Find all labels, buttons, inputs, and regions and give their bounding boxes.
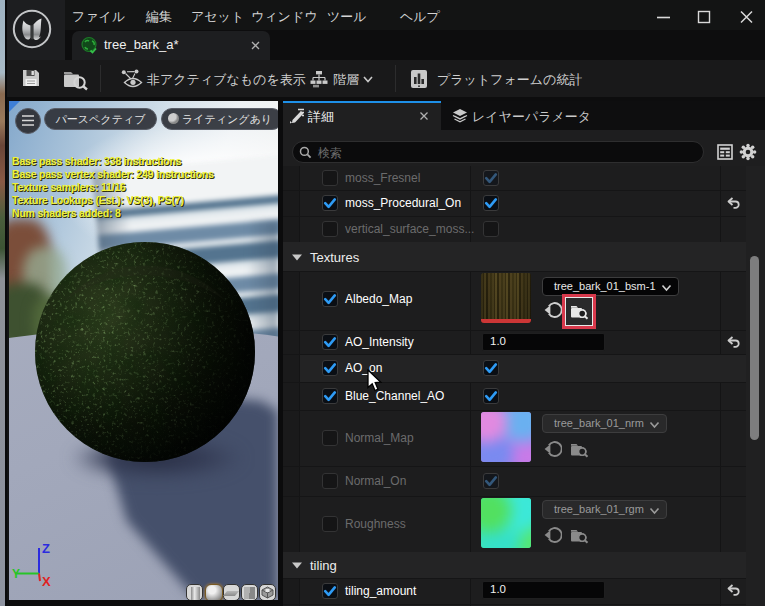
svg-text:X: X: [42, 574, 51, 589]
svg-text:Z: Z: [42, 541, 50, 556]
svg-text:Y: Y: [12, 567, 20, 581]
